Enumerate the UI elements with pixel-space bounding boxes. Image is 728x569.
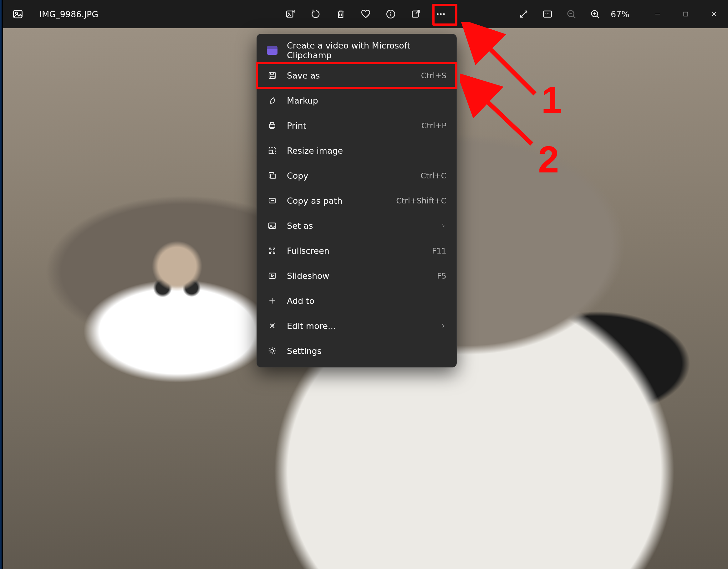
fullscreen-icon [267, 245, 277, 256]
minimize-button[interactable] [644, 0, 672, 28]
menu-item-label: Slideshow [287, 271, 437, 281]
menu-item-save[interactable]: Save asCtrl+S [257, 63, 456, 88]
menu-item-shortcut: Ctrl+C [420, 171, 446, 180]
menu-item-settings[interactable]: Settings [257, 338, 456, 363]
menu-item-label: Markup [287, 96, 446, 105]
menu-item-label: Resize image [287, 146, 446, 155]
edit-image-button[interactable] [281, 4, 300, 24]
menu-item-label: Copy [287, 171, 420, 180]
menu-item-label: Copy as path [287, 196, 396, 206]
menu-item-editmore[interactable]: Edit more... [257, 313, 456, 338]
delete-button[interactable] [331, 4, 350, 24]
chevron-right-icon [440, 323, 446, 329]
menu-item-shortcut: Ctrl+P [421, 121, 446, 130]
zoom-percent[interactable]: 67% [609, 9, 631, 19]
window-controls [644, 0, 728, 28]
save-icon [267, 70, 277, 81]
editmore-icon [267, 321, 277, 331]
context-menu: Create a video with Microsoft ClipchampS… [257, 34, 457, 368]
favorite-button[interactable] [356, 4, 375, 24]
copy-icon [267, 170, 277, 181]
menu-item-fullscreen[interactable]: FullscreenF11 [257, 238, 456, 263]
menu-item-clipchamp[interactable]: Create a video with Microsoft Clipchamp [257, 38, 456, 63]
close-window-button[interactable] [700, 0, 728, 28]
toolbar [281, 0, 451, 28]
menu-item-label: Fullscreen [287, 246, 432, 256]
menu-item-shortcut: Ctrl+S [421, 71, 446, 80]
add-icon [267, 296, 277, 306]
settings-icon [267, 346, 277, 356]
markup-icon [267, 95, 277, 106]
menu-item-label: Add to [287, 296, 446, 306]
more-button[interactable] [431, 4, 451, 24]
chevron-right-icon [440, 222, 446, 229]
zoom-out-button[interactable] [562, 4, 581, 24]
menu-item-resize[interactable]: Resize image [257, 138, 456, 163]
rotate-button[interactable] [306, 4, 325, 24]
clipchamp-icon [267, 46, 277, 55]
menu-item-label: Settings [287, 346, 446, 356]
menu-item-shortcut: F11 [432, 246, 446, 255]
menu-item-copypath[interactable]: Copy as pathCtrl+Shift+C [257, 188, 456, 213]
print-icon [267, 120, 277, 131]
slideshow-icon [267, 270, 277, 281]
menu-item-setas[interactable]: Set as [257, 213, 456, 238]
menu-item-shortcut: F5 [437, 271, 446, 280]
actual-size-button[interactable] [538, 4, 557, 24]
menu-item-print[interactable]: PrintCtrl+P [257, 113, 456, 138]
photos-app-icon [12, 8, 24, 20]
menu-item-label: Print [287, 121, 421, 130]
info-button[interactable] [381, 4, 400, 24]
setas-icon [267, 220, 277, 231]
menu-item-slideshow[interactable]: SlideshowF5 [257, 263, 456, 288]
right-controls: 67% [514, 0, 728, 28]
zoom-in-button[interactable] [585, 4, 605, 24]
menu-item-shortcut: Ctrl+Shift+C [396, 196, 446, 205]
share-button[interactable] [406, 4, 425, 24]
maximize-button[interactable] [672, 0, 700, 28]
menu-item-add[interactable]: Add to [257, 288, 456, 313]
zoom-controls: 67% [514, 4, 631, 24]
copypath-icon [267, 195, 277, 206]
menu-item-markup[interactable]: Markup [257, 88, 456, 113]
photos-app-window: IMG_9986.JPG 67% [3, 0, 728, 569]
menu-item-label: Set as [287, 221, 440, 231]
resize-icon [267, 145, 277, 156]
titlebar: IMG_9986.JPG 67% [3, 0, 728, 28]
menu-item-label: Create a video with Microsoft Clipchamp [287, 41, 446, 60]
menu-item-copy[interactable]: CopyCtrl+C [257, 163, 456, 188]
menu-item-label: Edit more... [287, 321, 440, 331]
filename: IMG_9986.JPG [39, 9, 98, 19]
fullscreen-view-button[interactable] [514, 4, 533, 24]
menu-item-label: Save as [287, 71, 421, 80]
